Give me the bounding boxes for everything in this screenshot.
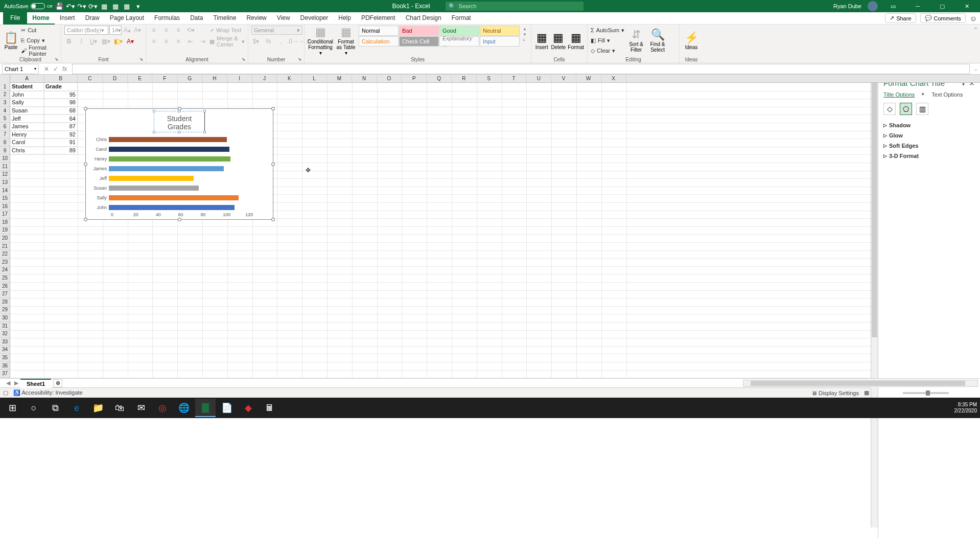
row-header[interactable]: 20 xyxy=(0,234,10,242)
feedback-icon[interactable]: ☺ xyxy=(970,14,977,22)
row-header[interactable]: 5 xyxy=(0,114,10,123)
clock-time[interactable]: 8:35 PM xyxy=(958,402,977,408)
cell-style-bad[interactable]: Bad xyxy=(399,26,439,36)
zoom-slider[interactable] xyxy=(903,392,949,394)
collapse-ribbon-icon[interactable]: ⌃ xyxy=(971,25,980,63)
chart-title[interactable]: Student Grades xyxy=(154,111,205,132)
calculator-icon[interactable]: 🖩 xyxy=(260,399,280,417)
col-header[interactable]: F xyxy=(152,75,177,82)
tab-home[interactable]: Home xyxy=(27,12,54,25)
delete-cells-button[interactable]: ▦Delete xyxy=(551,26,566,55)
chart-bar[interactable] xyxy=(109,186,199,191)
cell-style-check[interactable]: Check Cell xyxy=(399,36,439,47)
cortana-icon[interactable]: ○ xyxy=(24,399,44,417)
col-header[interactable]: K xyxy=(277,75,302,82)
cell[interactable]: John xyxy=(10,91,44,99)
align-right-icon[interactable]: ≡ xyxy=(174,37,183,46)
font-size-select[interactable]: 14▾ xyxy=(109,26,122,35)
undo-icon[interactable]: ↶▾ xyxy=(66,2,75,10)
cell[interactable]: 91 xyxy=(44,139,78,147)
name-box[interactable]: Chart 1▾ xyxy=(2,64,39,74)
accordion-item-shadow[interactable]: ▷ Shadow xyxy=(883,120,975,130)
inc-decimal-icon[interactable]: .0→ xyxy=(288,37,297,46)
row-header[interactable]: 24 xyxy=(0,266,10,274)
qat-customize-icon[interactable]: ▾ xyxy=(134,2,142,10)
add-sheet-button[interactable]: ⊕ xyxy=(53,379,62,387)
col-header[interactable]: P xyxy=(402,75,427,82)
copy-button[interactable]: ⎘ Copy ▾ xyxy=(21,36,58,45)
sort-filter-button[interactable]: ⇵Sort & Filter xyxy=(626,26,646,55)
row-header[interactable]: 13 xyxy=(0,178,10,187)
insert-cells-button[interactable]: ▦Insert xyxy=(534,26,549,55)
indent-dec-icon[interactable]: ⇤ xyxy=(186,37,195,46)
dialog-launcher-icon[interactable]: ⬊ xyxy=(139,57,144,62)
row-header[interactable]: 27 xyxy=(0,290,10,298)
align-top-icon[interactable]: ≡ xyxy=(149,26,158,35)
store-icon[interactable]: 🛍 xyxy=(109,399,130,417)
col-header[interactable]: A xyxy=(10,75,44,82)
tab-draw[interactable]: Draw xyxy=(80,12,105,25)
chart-bar-row[interactable]: Sally xyxy=(91,193,268,202)
cancel-formula-icon[interactable]: ✕ xyxy=(44,65,49,73)
accessibility-status[interactable]: ♿ Accessibility: Investigate xyxy=(13,389,83,396)
chart-bar[interactable] xyxy=(109,176,194,181)
row-header[interactable]: 8 xyxy=(0,139,10,147)
cell-style-good[interactable]: Good xyxy=(439,26,479,36)
row-header[interactable]: 3 xyxy=(0,99,10,107)
row-header[interactable]: 34 xyxy=(0,346,10,354)
task-view-icon[interactable]: ⧉ xyxy=(45,399,65,417)
row-header[interactable]: 2 xyxy=(0,91,10,99)
tab-view[interactable]: View xyxy=(272,12,295,25)
save-icon[interactable]: 💾 xyxy=(55,2,63,10)
sheet-tab[interactable]: Sheet1 xyxy=(20,379,51,388)
row-header[interactable]: 37 xyxy=(0,370,10,378)
align-middle-icon[interactable]: ≡ xyxy=(161,26,171,35)
borders-icon[interactable]: ▦▾ xyxy=(101,37,110,46)
qat-icon[interactable]: ▦ xyxy=(123,2,131,10)
col-header[interactable]: B xyxy=(44,75,78,82)
fill-line-icon[interactable]: ◇ xyxy=(883,103,896,115)
indent-inc-icon[interactable]: ⇥ xyxy=(198,37,207,46)
col-header[interactable]: I xyxy=(227,75,252,82)
redo-icon[interactable]: ↷▾ xyxy=(78,2,86,10)
autosum-button[interactable]: Σ AutoSum ▾ xyxy=(591,26,624,35)
row-header[interactable]: 25 xyxy=(0,274,10,282)
row-header[interactable]: 11 xyxy=(0,163,10,171)
cell[interactable]: Susan xyxy=(10,107,44,115)
conditional-formatting-button[interactable]: ▦Conditional Formatting▾ xyxy=(308,26,333,55)
share-button[interactable]: ↗ Share xyxy=(885,13,916,23)
enter-formula-icon[interactable]: ✓ xyxy=(53,65,58,73)
row-header[interactable]: 6 xyxy=(0,123,10,131)
col-header[interactable]: N xyxy=(352,75,377,82)
chart-bar-row[interactable]: James xyxy=(91,164,268,173)
fx-icon[interactable]: fx xyxy=(62,65,67,73)
col-header[interactable]: E xyxy=(128,75,153,82)
chrome-icon[interactable]: 🌐 xyxy=(174,399,194,417)
clock-date[interactable]: 2/22/2020 xyxy=(954,408,977,414)
avatar[interactable] xyxy=(868,1,878,11)
resize-handle[interactable] xyxy=(271,218,275,221)
wrap-text-button[interactable]: ⤶ Wrap Text xyxy=(209,26,245,35)
cell-style-expl[interactable]: Explanatory ... xyxy=(439,36,479,47)
orientation-icon[interactable]: ⟲▾ xyxy=(186,26,195,35)
row-header[interactable]: 1 xyxy=(0,83,10,91)
cell-style-input[interactable]: Input xyxy=(480,36,520,47)
align-left-icon[interactable]: ≡ xyxy=(149,37,158,46)
align-center-icon[interactable]: ≡ xyxy=(161,37,171,46)
qat-icon[interactable]: ▦ xyxy=(111,2,120,10)
tab-review[interactable]: Review xyxy=(241,12,271,25)
styles-scroll-up-icon[interactable]: ▲ xyxy=(523,27,527,31)
row-header[interactable]: 18 xyxy=(0,218,10,226)
dialog-launcher-icon[interactable]: ⬊ xyxy=(298,57,302,62)
chart-object[interactable]: Student Grades ChrisCarolHenryJamesJeffS… xyxy=(85,108,273,220)
fill-color-icon[interactable]: ◧▾ xyxy=(113,37,123,46)
cell[interactable]: 92 xyxy=(44,131,78,139)
chart-bar[interactable] xyxy=(109,195,239,200)
row-header[interactable]: 28 xyxy=(0,298,10,306)
chart-bar[interactable] xyxy=(109,156,230,162)
resize-handle[interactable] xyxy=(84,163,87,166)
tab-format[interactable]: Format xyxy=(447,12,476,25)
cell[interactable]: 95 xyxy=(44,91,78,99)
tab-formulas[interactable]: Formulas xyxy=(149,12,185,25)
bold-icon[interactable]: B xyxy=(64,37,74,46)
